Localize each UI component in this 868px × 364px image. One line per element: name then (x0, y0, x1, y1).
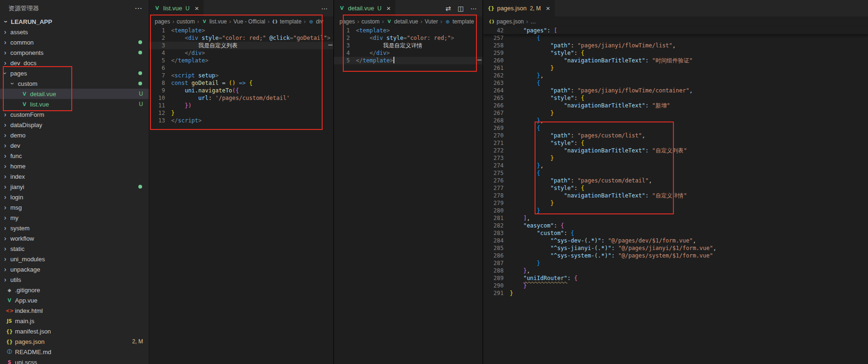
code-line[interactable]: 3 我是自定义列表 (149, 42, 333, 49)
code-line[interactable]: 279 } (483, 199, 868, 207)
tree-file-uni.scss[interactable]: Suni.scss (0, 357, 149, 364)
code-line[interactable]: 276 "path": "pages/custom/detail", (483, 177, 868, 184)
breadcrumb-item[interactable]: custom (177, 18, 195, 25)
tree-folder-components[interactable]: ›components (0, 47, 149, 58)
split-icon[interactable]: ◫ (458, 5, 464, 12)
code-line[interactable]: 10 url: '/pages/custom/detail' (149, 94, 333, 102)
code-editor[interactable]: 1<template>2 <div style="color: red;" @c… (149, 27, 333, 124)
tree-folder-func[interactable]: ›func (0, 151, 149, 161)
explorer-more-actions-icon[interactable]: ⋯ (135, 4, 142, 13)
tab-list-vue[interactable]: Vlist.vueU× (149, 0, 204, 16)
code-line[interactable]: 7<script setup> (149, 72, 333, 79)
code-line[interactable]: 285 "^sys-jianyi-(.*)": "@/pages/jianyi/… (483, 244, 868, 252)
code-line[interactable]: 287 } (483, 259, 868, 267)
tree-folder-login[interactable]: ›login (0, 192, 149, 202)
code-line[interactable]: 270 "path": "pages/custom/list", (483, 132, 868, 139)
code-line[interactable]: 260 "navigationBarTitleText": "时间组件验证" (483, 57, 868, 64)
code-line[interactable]: 3 我是自定义详情 (334, 42, 483, 49)
tree-folder-custom[interactable]: ›custom (0, 78, 149, 89)
code-line[interactable]: 284 "^sys-dev-(.*)": "@/pages/dev/$1/for… (483, 237, 868, 244)
compare-icon[interactable]: ⇄ (445, 5, 451, 12)
tree-folder-home[interactable]: ›home (0, 161, 149, 171)
code-line[interactable]: 2 <div style="color: red;" @click="goDet… (149, 34, 333, 42)
tree-file-manifest.json[interactable]: {}manifest.json (0, 326, 149, 336)
tree-file-README.md[interactable]: ⓘREADME.md (0, 347, 149, 357)
breadcrumb-item[interactable]: … (530, 18, 536, 25)
code-line[interactable]: 8const goDetail = () => { (149, 79, 333, 87)
code-line[interactable]: 278 "navigationBarTitleText": "自定义详情" (483, 192, 868, 199)
tree-folder-assets[interactable]: ›assets (0, 27, 149, 37)
tree-folder-dev_docs[interactable]: ›dev_docs (0, 58, 149, 68)
breadcrumb-item[interactable]: pages (155, 18, 170, 25)
code-line[interactable]: 267 } (483, 109, 868, 117)
code-line[interactable]: 4 </div> (334, 49, 483, 57)
code-line[interactable]: 288 }, (483, 267, 868, 274)
tree-folder-workflow[interactable]: ›workflow (0, 233, 149, 243)
breadcrumb-item[interactable]: ◎template (445, 18, 474, 25)
tree-folder-customForm[interactable]: ›customForm (0, 109, 149, 120)
code-editor[interactable]: 1<template>2 <div style="color: red;">3 … (334, 27, 483, 64)
code-line[interactable]: 264 "path": "pages/jianyi/flowTime/conta… (483, 87, 868, 94)
code-line[interactable]: 277 "style": { (483, 184, 868, 192)
tree-folder-unpackage[interactable]: ›unpackage (0, 264, 149, 274)
tree-folder-system[interactable]: ›system (0, 223, 149, 233)
code-line[interactable]: 5</template> (149, 57, 333, 64)
tree-folder-index[interactable]: ›index (0, 171, 149, 182)
code-line[interactable]: 1<template> (149, 27, 333, 34)
code-line[interactable]: 283 "custom": { (483, 229, 868, 237)
breadcrumb-item[interactable]: ◎div (308, 18, 323, 25)
code-line[interactable]: 269 { (483, 124, 868, 132)
code-line[interactable]: 2 <div style="color: red;"> (334, 34, 483, 42)
code-line[interactable]: 274 }, (483, 162, 868, 169)
tree-file-list.vue[interactable]: Vlist.vueU (0, 99, 149, 109)
code-line[interactable]: 261 } (483, 64, 868, 72)
code-line[interactable]: 273 } (483, 154, 868, 162)
breadcrumb-item[interactable]: pages (340, 18, 355, 25)
tree-file-pages.json[interactable]: {}pages.json2, M (0, 336, 149, 347)
breadcrumb-item[interactable]: Vlist.vue (201, 18, 226, 25)
code-line[interactable]: 12} (149, 109, 333, 117)
tree-folder-dataDisplay[interactable]: ›dataDisplay (0, 120, 149, 130)
code-line[interactable]: 5</template> (334, 57, 483, 64)
code-line[interactable]: 282 "easycom": { (483, 222, 868, 229)
code-line[interactable]: 281 ], (483, 214, 868, 222)
code-line[interactable]: 4 </div> (149, 49, 333, 57)
tab-close-icon[interactable]: × (546, 4, 550, 12)
tree-folder-static[interactable]: ›static (0, 243, 149, 254)
breadcrumb-item[interactable]: Vuter (425, 18, 438, 25)
tree-file-index.html[interactable]: <>index.html (0, 305, 149, 316)
tree-folder-dev[interactable]: ›dev (0, 140, 149, 151)
code-line[interactable]: 13</script> (149, 117, 333, 124)
code-editor[interactable]: 42 "pages": [257 {258 "path": "pages/jia… (483, 27, 868, 297)
breadcrumb-item[interactable]: Vdetail.vue (386, 18, 418, 25)
code-line[interactable]: 271 "style": { (483, 139, 868, 147)
tree-folder-msg[interactable]: ›msg (0, 202, 149, 212)
tree-folder-demo[interactable]: ›demo (0, 130, 149, 140)
code-line[interactable]: 268 }, (483, 117, 868, 124)
code-line[interactable]: 286 "^sys-system-(.*)": "@/pages/system/… (483, 252, 868, 259)
breadcrumb-item[interactable]: {}pages.json (489, 18, 524, 25)
tree-folder-jianyi[interactable]: ›jianyi (0, 182, 149, 192)
tree-file-detail.vue[interactable]: Vdetail.vueU (0, 89, 149, 99)
breadcrumb-item[interactable]: Vue - Official (234, 18, 265, 25)
tree-file-App.vue[interactable]: VApp.vue (0, 295, 149, 305)
code-line[interactable]: 1<template> (334, 27, 483, 34)
code-line[interactable]: 290 } (483, 282, 868, 289)
code-line[interactable]: 289 "uniIdRouter": { (483, 274, 868, 282)
code-line[interactable]: 42 "pages": [ (483, 27, 868, 34)
project-root-folder[interactable]: › LEARUN_APP (0, 16, 149, 27)
code-line[interactable]: 265 "style": { (483, 94, 868, 102)
tab-close-icon[interactable]: × (195, 4, 199, 12)
tab-detail-vue[interactable]: Vdetail.vueU× (334, 0, 395, 16)
code-line[interactable]: 11 }) (149, 102, 333, 109)
tree-file-.gitignore[interactable]: ◆.gitignore (0, 285, 149, 295)
breadcrumb-item[interactable]: custom (362, 18, 380, 25)
tree-folder-common[interactable]: ›common (0, 37, 149, 47)
code-line[interactable]: 280 } (483, 207, 868, 214)
code-line[interactable]: 263 { (483, 79, 868, 87)
tree-file-main.js[interactable]: JSmain.js (0, 316, 149, 326)
tab-pages-json[interactable]: {}pages.json2, M× (483, 0, 555, 16)
code-line[interactable]: 262 }, (483, 72, 868, 79)
tree-folder-uni_modules[interactable]: ›uni_modules (0, 254, 149, 264)
code-line[interactable]: 291} (483, 289, 868, 297)
